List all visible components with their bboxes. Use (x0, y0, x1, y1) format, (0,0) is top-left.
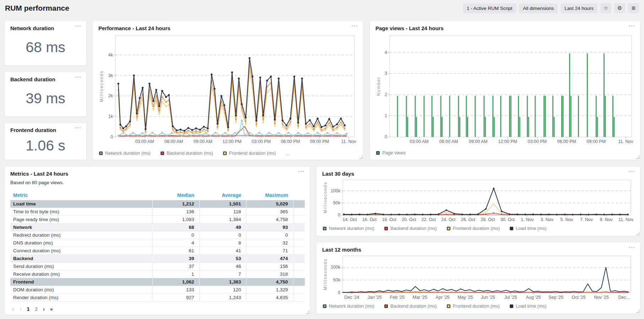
column-header-maximum[interactable]: Maximum (246, 190, 293, 200)
svg-text:30. Oct: 30. Oct (500, 217, 515, 222)
legend-swatch-icon (510, 227, 513, 230)
table-row[interactable]: Backend3953474 (10, 255, 305, 263)
table-row[interactable]: Load time1,2121,5015,029 (10, 200, 305, 208)
metric-value-cell: 61 (152, 247, 199, 255)
svg-text:50k: 50k (333, 277, 341, 282)
svg-text:Apr '25: Apr '25 (435, 295, 449, 300)
resize-handle[interactable] (636, 232, 639, 235)
pagination-nav[interactable]: ‹ (20, 306, 22, 312)
table-row[interactable]: Send duration (ms)3746156 (10, 263, 305, 270)
metric-value-cell (293, 239, 305, 247)
card-menu-icon[interactable]: ⋯ (628, 244, 636, 251)
metric-value-cell: 4,758 (246, 216, 293, 224)
page-title: RUM performance (5, 4, 69, 12)
metrics-table-card: ⋯ Metrics - Last 24 hours Based on 80 pa… (4, 166, 310, 315)
table-row[interactable]: Receive duration (ms)17318 (10, 270, 305, 278)
pagination-nav[interactable]: › (43, 306, 45, 312)
legend-item[interactable]: Frontend duration (ms) (223, 150, 276, 156)
legend-swatch-icon (223, 152, 227, 155)
metric-name-cell: Render duration (ms) (10, 294, 152, 302)
legend-label: Load time (ms) (516, 303, 547, 309)
metric-value-cell (293, 255, 305, 263)
last-30-days-chart[interactable]: 050k100k14. Oct16. Oct18. Oct20. Oct22. … (322, 178, 634, 223)
card-menu-icon[interactable]: ⋯ (75, 124, 82, 131)
table-row[interactable]: Frontend1,0621,3634,750 (10, 278, 305, 286)
column-header-average[interactable]: Average (199, 190, 246, 200)
metrics-table: MetricMedianAverageMaximumMin Load time1… (10, 190, 305, 302)
pagination-nav[interactable]: « (12, 306, 15, 312)
legend-item[interactable]: Backend duration (ms) (384, 226, 437, 231)
last-12-months-chart[interactable]: 050k100kDec '24Jan '25Feb '25Mar '25Apr … (322, 254, 634, 301)
metric-value-cell: 1,329 (246, 286, 293, 294)
metric-name-cell: Receive duration (ms) (10, 270, 152, 278)
table-row[interactable]: Network684993 (10, 224, 305, 231)
settings-gear-icon[interactable]: ⚙ (614, 3, 625, 13)
table-row[interactable]: DNS duration (ms)4832 (10, 239, 305, 247)
last-30-days-card: ⋯ Last 30 days 050k100k14. Oct16. Oct18.… (316, 166, 640, 236)
column-header-metric[interactable]: Metric (10, 190, 152, 200)
filter-rum-script-button[interactable]: 1 - Active RUM Script (463, 4, 516, 13)
metric-value-cell (293, 270, 305, 278)
legend-item[interactable]: Load time (ms) (510, 303, 547, 309)
legend-item[interactable]: Backend duration (ms) (161, 150, 213, 156)
resize-handle[interactable] (306, 311, 309, 314)
kpi-title: Frontend duration (10, 127, 81, 133)
kpi-card-backend-duration: ⋯ Backend duration 39 ms (4, 72, 87, 117)
svg-text:14. Oct: 14. Oct (342, 217, 357, 222)
svg-text:06:00 PM: 06:00 PM (281, 139, 300, 144)
pagination-nav[interactable]: » (50, 306, 53, 312)
filter-dimensions-button[interactable]: All dimensions (519, 4, 558, 13)
card-menu-icon[interactable]: ⋯ (628, 168, 636, 175)
metric-value-cell: 118 (199, 208, 246, 216)
svg-text:18. Oct: 18. Oct (382, 217, 396, 222)
chart-title: Performance - Last 24 hours (98, 25, 357, 31)
column-header-median[interactable]: Median (152, 190, 199, 200)
pagination-2[interactable]: 2 (35, 306, 38, 312)
svg-text:11. Nov: 11. Nov (618, 139, 633, 144)
legend-item[interactable]: Network duration (ms) (323, 303, 374, 309)
table-row[interactable]: DOM duration (ms)1331201,329 (10, 286, 305, 294)
legend-item[interactable]: Network duration (ms) (99, 150, 151, 156)
metric-value-cell: 1,243 (199, 294, 246, 302)
metric-name-cell: Send duration (ms) (10, 263, 152, 270)
svg-text:4: 4 (385, 50, 387, 55)
legend-more[interactable]: ... (286, 150, 291, 156)
kpi-card-network-duration: ⋯ Network duration 68 ms (4, 21, 87, 66)
chart-legend: Network duration (ms)Backend duration (m… (322, 226, 634, 231)
legend-label: Page views (382, 150, 406, 155)
table-row[interactable]: Render duration (ms)9271,2434,635 (10, 294, 305, 302)
page-views-chart[interactable]: 0123403:00 AM06:00 AM09:00 AM12:00 PM03:… (375, 33, 634, 146)
performance-chart[interactable]: 01k2k3k4k03:00 AM06:00 AM09:00 AM12:00 P… (98, 33, 357, 146)
metric-value-cell: 120 (199, 286, 246, 294)
favorite-star-icon[interactable]: ☆ (600, 3, 611, 13)
svg-text:100k: 100k (331, 265, 341, 270)
performance-chart-card: ⋯ Performance - Last 24 hours 01k2k3k4k0… (92, 21, 363, 160)
resize-handle[interactable] (636, 156, 639, 159)
legend-item[interactable]: Backend duration (ms) (384, 303, 437, 309)
legend-swatch-icon (447, 227, 450, 230)
legend-item[interactable]: Page views (376, 150, 406, 155)
pagination-1[interactable]: 1 (27, 306, 29, 312)
card-menu-icon[interactable]: ⋯ (75, 22, 82, 29)
svg-text:0: 0 (338, 290, 340, 295)
table-row[interactable]: Connect duration (ms)614171 (10, 247, 305, 255)
legend-item[interactable]: Load time (ms) (510, 226, 547, 231)
legend-item[interactable]: Frontend duration (ms) (447, 226, 500, 231)
card-menu-icon[interactable]: ⋯ (628, 22, 636, 29)
card-menu-icon[interactable]: ⋯ (351, 22, 359, 29)
svg-text:09:00 AM: 09:00 AM (194, 139, 212, 144)
table-row[interactable]: Time to first byte (ms)136118365 (10, 208, 305, 216)
table-row[interactable]: Redirect duration (ms)000 (10, 231, 305, 239)
metric-name-cell: Time to first byte (ms) (10, 208, 152, 216)
filter-timeframe-button[interactable]: Last 24 hours (561, 4, 597, 13)
legend-item[interactable]: Frontend duration (ms) (447, 303, 500, 309)
card-menu-icon[interactable]: ⋯ (298, 168, 305, 175)
metric-name-cell: DNS duration (ms) (10, 239, 152, 247)
table-row[interactable]: Page ready time (ms)1,0831,3844,758 (10, 216, 305, 224)
hamburger-menu-icon[interactable]: ≡ (628, 3, 639, 13)
card-menu-icon[interactable]: ⋯ (75, 73, 82, 80)
resize-handle[interactable] (636, 310, 639, 313)
legend-item[interactable]: Network duration (ms) (323, 226, 374, 231)
column-header-min[interactable]: Min (293, 190, 305, 200)
resize-handle[interactable] (359, 156, 362, 159)
